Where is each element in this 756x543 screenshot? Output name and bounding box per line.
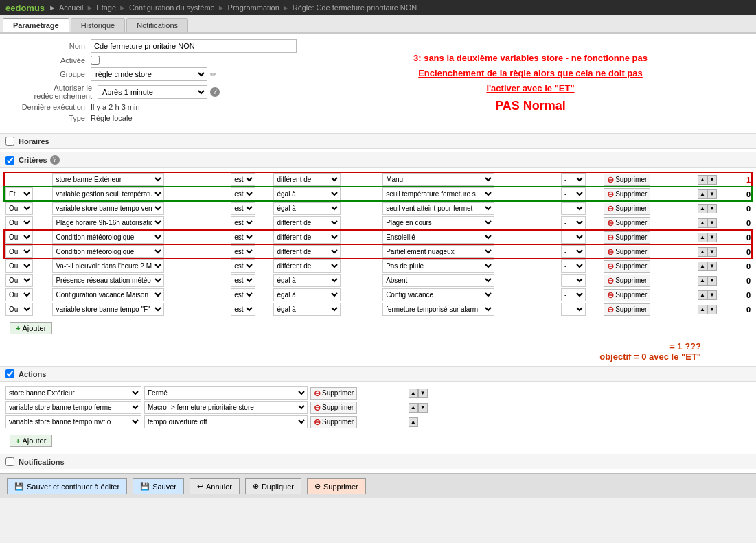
move-up-button[interactable]: ▲ (698, 218, 707, 228)
est-select[interactable]: est (231, 187, 255, 200)
move-down-button[interactable]: ▼ (707, 247, 717, 257)
supprimer-button[interactable]: ⊖ Supprimer (604, 260, 650, 273)
save-button[interactable]: 💾 Sauver (133, 478, 184, 494)
move-up-button[interactable]: ▲ (698, 204, 707, 213)
delete-button[interactable]: ⊖ Supprimer (307, 478, 366, 494)
tab-historique[interactable]: Historique (71, 18, 126, 32)
value-select[interactable]: Config vacance (382, 288, 494, 301)
groupe-select[interactable]: règle cmde store (91, 67, 207, 81)
connector-select[interactable]: EtOu (5, 216, 33, 229)
supprimer-button[interactable]: ⊖ Supprimer (604, 231, 650, 244)
connector-select[interactable]: EtOu (5, 245, 33, 258)
move-up-button[interactable]: ▲ (698, 233, 707, 242)
action-move-up-button[interactable]: ▲ (409, 417, 418, 427)
move-down-button[interactable]: ▼ (707, 262, 717, 271)
est-select[interactable]: est (231, 173, 255, 186)
connector-select[interactable]: EtOu (5, 187, 33, 200)
action-move-down-button[interactable]: ▼ (418, 389, 428, 398)
add-critere-button[interactable]: + Ajouter (10, 322, 52, 334)
action-supprimer-button[interactable]: ⊖ Supprimer (310, 416, 357, 428)
est-select[interactable]: est (231, 274, 255, 287)
supprimer-button[interactable]: ⊖ Supprimer (604, 289, 650, 301)
variable-select[interactable]: store banne Extérieur (52, 173, 164, 186)
move-down-button[interactable]: ▼ (707, 233, 717, 242)
move-down-button[interactable]: ▼ (707, 305, 717, 314)
connector-select[interactable]: EtOu (5, 259, 33, 273)
horaires-checkbox[interactable] (5, 137, 14, 146)
action-supprimer-button[interactable]: ⊖ Supprimer (310, 402, 357, 414)
move-up-button[interactable]: ▲ (698, 247, 707, 257)
supprimer-button[interactable]: ⊖ Supprimer (604, 275, 650, 287)
move-down-button[interactable]: ▼ (707, 290, 717, 300)
variable-select[interactable]: variable store banne tempo "F" su (52, 303, 164, 316)
cancel-button[interactable]: ↩ Annuler (190, 478, 240, 494)
condition-select[interactable]: différent de (273, 173, 341, 186)
variable-select[interactable]: Condition météorologique (52, 231, 164, 244)
save-continue-button[interactable]: 💾 Sauver et continuer à éditer (7, 478, 127, 494)
duplicate-button[interactable]: ⊕ Dupliquer (245, 478, 301, 494)
dash-select[interactable]: - (561, 216, 586, 229)
connector-select[interactable]: EtOu (5, 288, 33, 301)
move-up-button[interactable]: ▲ (698, 290, 707, 300)
move-up-button[interactable]: ▲ (698, 276, 707, 286)
add-action-button[interactable]: + Ajouter (10, 435, 52, 447)
connector-select[interactable]: EtOu (5, 303, 33, 316)
activee-checkbox[interactable] (91, 56, 100, 65)
action-variable-select[interactable]: variable store banne tempo ferme (5, 401, 141, 414)
action-value-select[interactable]: Macro -> fermeture prioritaire store (144, 401, 308, 414)
action-variable-select[interactable]: variable store banne tempo mvt o (5, 415, 141, 428)
action-value-select[interactable]: tempo ouverture off (144, 415, 308, 428)
variable-select[interactable]: Plage horaire 9h-16h autorisation (52, 216, 164, 229)
breadcrumb-prog[interactable]: Programmation (228, 3, 279, 12)
condition-select[interactable]: égal à (273, 303, 341, 316)
variable-select[interactable]: variable store banne tempo vent 1 (52, 202, 164, 215)
condition-select[interactable]: égal à (273, 187, 341, 200)
supprimer-button[interactable]: ⊖ Supprimer (604, 203, 650, 215)
move-down-button[interactable]: ▼ (707, 276, 717, 286)
value-select[interactable]: seuil température fermeture s (382, 187, 494, 200)
move-up-button[interactable]: ▲ (698, 189, 707, 199)
breadcrumb-etage[interactable]: Etage (96, 3, 116, 12)
condition-select[interactable]: différent de (273, 245, 341, 258)
autoriser-select[interactable]: Après 1 minute (98, 85, 207, 99)
condition-select[interactable]: différent de (273, 259, 341, 273)
connector-select[interactable]: EtOu (5, 202, 33, 215)
condition-select[interactable]: égal à (273, 274, 341, 287)
move-down-button[interactable]: ▼ (707, 204, 717, 213)
move-down-button[interactable]: ▼ (707, 189, 717, 199)
move-up-button[interactable]: ▲ (698, 175, 707, 185)
variable-select[interactable]: Configuration vacance Maison (52, 288, 164, 301)
variable-select[interactable]: variable gestion seuil température (52, 187, 164, 200)
dash-select[interactable]: - (561, 173, 586, 186)
notifications-checkbox[interactable] (5, 457, 14, 466)
breadcrumb-accueil[interactable]: Accueil (59, 3, 83, 12)
est-select[interactable]: est (231, 202, 255, 215)
condition-select[interactable]: différent de (273, 231, 341, 244)
supprimer-button[interactable]: ⊖ Supprimer (604, 217, 650, 229)
dash-select[interactable]: - (561, 245, 586, 258)
est-select[interactable]: est (231, 216, 255, 229)
action-value-select[interactable]: Fermé (144, 386, 308, 400)
est-select[interactable]: est (231, 231, 255, 244)
supprimer-button[interactable]: ⊖ Supprimer (604, 303, 650, 316)
condition-select[interactable]: différent de (273, 216, 341, 229)
variable-select[interactable]: Va-t-il pleuvoir dans l'heure ? Méte (52, 259, 164, 273)
dash-select[interactable]: - (561, 259, 586, 273)
connector-select[interactable]: EtOu (5, 231, 33, 244)
tab-parametrage[interactable]: Paramétrage (3, 18, 69, 32)
value-select[interactable]: seuil vent atteint pour fermet (382, 202, 494, 215)
move-up-button[interactable]: ▲ (698, 305, 707, 314)
value-select[interactable]: fermeture temporisé sur alarm (382, 303, 494, 316)
nom-input[interactable] (91, 39, 297, 53)
move-down-button[interactable]: ▼ (707, 175, 717, 185)
value-select[interactable]: Plage en cours (382, 216, 494, 229)
criteres-checkbox[interactable] (5, 156, 14, 165)
help-icon[interactable]: ? (210, 87, 220, 97)
est-select[interactable]: est (231, 259, 255, 273)
est-select[interactable]: est (231, 288, 255, 301)
edit-icon[interactable]: ✏ (210, 70, 216, 79)
condition-select[interactable]: égal à (273, 288, 341, 301)
variable-select[interactable]: Condition météorologique (52, 245, 164, 258)
move-down-button[interactable]: ▼ (707, 218, 717, 228)
action-move-up-button[interactable]: ▲ (409, 403, 418, 413)
